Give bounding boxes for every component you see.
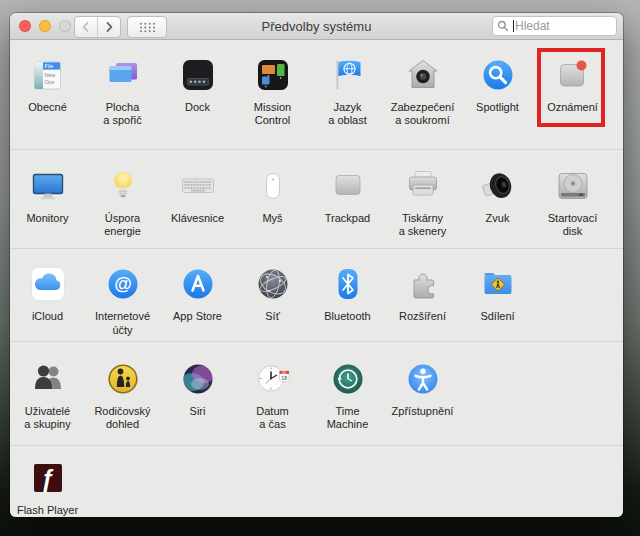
date-time-icon: JUL 18 xyxy=(253,357,293,401)
mission-control-icon xyxy=(253,53,293,97)
pref-item-label: Flash Player xyxy=(17,504,78,517)
users-groups-icon xyxy=(28,357,68,401)
security-privacy-icon xyxy=(403,53,443,97)
spotlight-icon xyxy=(478,53,518,97)
siri-icon xyxy=(178,357,218,401)
pref-item-desktop-screensaver[interactable]: Plocha a spořič xyxy=(85,53,160,127)
energy-saver-icon xyxy=(103,164,143,208)
dock-icon xyxy=(178,53,218,97)
general-icon: File New Ope xyxy=(28,53,68,97)
pref-item-label: Úspora energie xyxy=(104,212,141,238)
pref-item-displays[interactable]: Monitory xyxy=(10,164,85,225)
pref-item-internet-accounts[interactable]: @ Internetové účty xyxy=(85,262,160,336)
pref-item-label: Sdílení xyxy=(480,310,514,323)
pref-item-label: Obecné xyxy=(28,101,67,114)
pref-item-network[interactable]: Síť xyxy=(235,262,310,323)
titlebar: Předvolby systému xyxy=(10,13,623,40)
pref-item-startup-disk[interactable]: Startovací disk xyxy=(535,164,610,238)
desktop-screensaver-icon xyxy=(103,53,143,97)
pref-item-mouse[interactable]: Myš xyxy=(235,164,310,225)
svg-text:New: New xyxy=(44,72,55,78)
pref-item-security-privacy[interactable]: Zabezpečení a soukromí xyxy=(385,53,460,127)
sharing-icon xyxy=(478,262,518,306)
pref-item-label: Rodičovský dohled xyxy=(94,405,150,431)
parental-controls-icon xyxy=(103,357,143,401)
svg-text:@: @ xyxy=(114,275,132,295)
pref-item-app-store[interactable]: App Store xyxy=(160,262,235,323)
app-store-icon xyxy=(178,262,218,306)
pref-item-flash-player[interactable]: ƒ Flash Player xyxy=(10,456,85,517)
bluetooth-icon xyxy=(328,262,368,306)
pref-item-spotlight[interactable]: Spotlight xyxy=(460,53,535,114)
pref-item-label: Time Machine xyxy=(327,405,369,431)
pref-item-label: Síť xyxy=(265,310,280,323)
language-region-icon xyxy=(328,53,368,97)
icloud-icon xyxy=(28,262,68,306)
sound-icon xyxy=(478,164,518,208)
printers-scanners-icon xyxy=(403,164,443,208)
pref-item-label: Spotlight xyxy=(476,101,519,114)
pref-item-trackpad[interactable]: Trackpad xyxy=(310,164,385,225)
pref-item-keyboard[interactable]: Klávesnice xyxy=(160,164,235,225)
pref-item-users-groups[interactable]: Uživatelé a skupiny xyxy=(10,357,85,431)
pref-item-dock[interactable]: Dock xyxy=(160,53,235,114)
pref-item-bluetooth[interactable]: Bluetooth xyxy=(310,262,385,323)
pref-row-1: File New Ope Obecné Plocha a spořič xyxy=(10,40,623,150)
pref-row-4: Uživatelé a skupiny Rodičovský dohled xyxy=(10,342,623,446)
highlight-annotation xyxy=(537,48,605,127)
svg-text:ƒ: ƒ xyxy=(40,464,53,491)
pref-item-label: App Store xyxy=(173,310,222,323)
startup-disk-icon xyxy=(553,164,593,208)
pref-item-label: Rozšíření xyxy=(399,310,446,323)
pref-item-label: Klávesnice xyxy=(171,212,224,225)
mouse-icon xyxy=(253,164,293,208)
extensions-icon xyxy=(403,262,443,306)
svg-text:JUL: JUL xyxy=(281,371,286,375)
pref-item-label: Zvuk xyxy=(486,212,510,225)
pref-item-icloud[interactable]: iCloud xyxy=(10,262,85,323)
pref-item-label: iCloud xyxy=(32,310,63,323)
pref-item-label: Tiskárny a skenery xyxy=(399,212,447,238)
pref-row-3: iCloud @ Internetové účty xyxy=(10,249,623,342)
pref-item-general[interactable]: File New Ope Obecné xyxy=(10,53,85,114)
pref-item-sound[interactable]: Zvuk xyxy=(460,164,535,225)
search-input[interactable] xyxy=(492,16,617,36)
pref-item-time-machine[interactable]: Time Machine xyxy=(310,357,385,431)
keyboard-icon xyxy=(178,164,218,208)
pref-item-label: Siri xyxy=(190,405,206,418)
pref-item-label: Mission Control xyxy=(254,101,291,127)
pref-item-label: Uživatelé a skupiny xyxy=(24,405,70,431)
trackpad-icon xyxy=(328,164,368,208)
accessibility-icon xyxy=(403,357,443,401)
pref-item-energy-saver[interactable]: Úspora energie xyxy=(85,164,160,238)
network-icon xyxy=(253,262,293,306)
pref-item-extensions[interactable]: Rozšíření xyxy=(385,262,460,323)
pref-item-accessibility[interactable]: Zpřístupnění xyxy=(385,357,460,418)
pref-item-label: Zabezpečení a soukromí xyxy=(391,101,455,127)
pref-item-mission-control[interactable]: Mission Control xyxy=(235,53,310,127)
pref-item-sharing[interactable]: Sdílení xyxy=(460,262,535,323)
internet-accounts-icon: @ xyxy=(103,262,143,306)
pref-item-date-time[interactable]: JUL 18 Datum a čas xyxy=(235,357,310,431)
flash-player-icon: ƒ xyxy=(28,456,68,500)
pref-item-language-region[interactable]: Jazyk a oblast xyxy=(310,53,385,127)
time-machine-icon xyxy=(328,357,368,401)
pref-item-label: Jazyk a oblast xyxy=(328,101,367,127)
pref-item-label: Bluetooth xyxy=(324,310,370,323)
pref-item-label: Trackpad xyxy=(325,212,370,225)
search-field[interactable] xyxy=(492,16,617,36)
pref-item-parental-controls[interactable]: Rodičovský dohled xyxy=(85,357,160,431)
svg-text:Ope: Ope xyxy=(44,79,54,85)
pref-item-printers-scanners[interactable]: Tiskárny a skenery xyxy=(385,164,460,238)
svg-text:File: File xyxy=(44,63,53,69)
pref-row-5: ƒ Flash Player xyxy=(10,446,623,517)
pref-item-siri[interactable]: Siri xyxy=(160,357,235,418)
pref-row-2: Monitory Úspora energie xyxy=(10,150,623,250)
pref-item-label: Monitory xyxy=(26,212,68,225)
text-caret xyxy=(513,20,514,32)
pref-item-label: Internetové účty xyxy=(95,310,150,336)
svg-text:18: 18 xyxy=(281,375,287,381)
preferences-grid: File New Ope Obecné Plocha a spořič xyxy=(10,40,623,517)
system-preferences-window: Předvolby systému File New Ope xyxy=(10,13,623,517)
pref-item-label: Datum a čas xyxy=(256,405,288,431)
